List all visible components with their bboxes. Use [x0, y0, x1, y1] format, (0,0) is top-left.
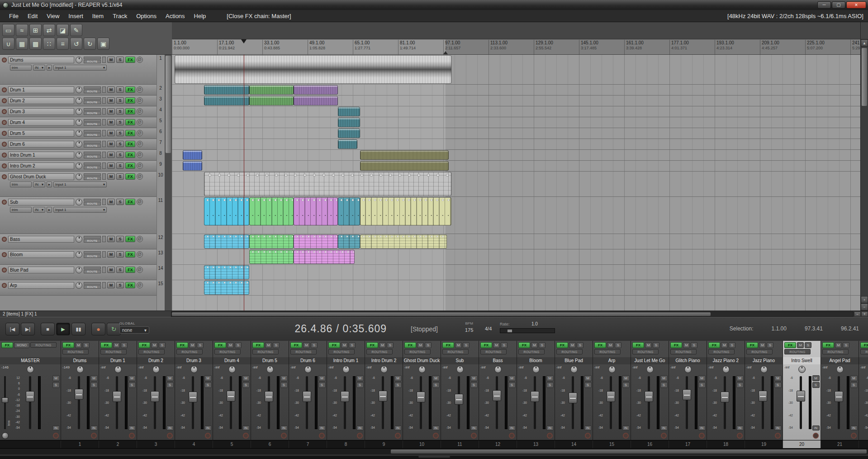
- mixer-fx-button[interactable]: FX: [252, 342, 264, 348]
- mixer-fx-button[interactable]: FX: [62, 342, 74, 348]
- mute-button[interactable]: M: [107, 173, 115, 180]
- mixer-fx-button[interactable]: FX: [404, 342, 416, 348]
- input-button[interactable]: IN: [280, 426, 288, 430]
- mixer-fx-button[interactable]: FX: [594, 342, 606, 348]
- volume-fader-track[interactable]: [496, 376, 498, 429]
- routing-button[interactable]: ROUTING: [480, 349, 507, 354]
- media-item[interactable]: [338, 139, 357, 149]
- input-button[interactable]: IN: [204, 426, 212, 430]
- midi-grid-button[interactable]: ▩: [29, 38, 42, 50]
- fx-button[interactable]: FX: [125, 86, 135, 93]
- mixer-solo-button[interactable]: S: [774, 382, 782, 388]
- arrange-lane-drum-5[interactable]: [172, 128, 860, 139]
- tcp-track-drum-1[interactable]: Drum 1ROUTEMSFX∅2: [0, 85, 157, 96]
- solo-button[interactable]: S: [116, 282, 124, 288]
- trim-envelope-button[interactable]: trim: [10, 207, 32, 213]
- media-item[interactable]: [294, 234, 338, 249]
- media-item[interactable]: [204, 281, 249, 295]
- media-item[interactable]: [204, 85, 249, 95]
- mixer-mute-button[interactable]: M: [759, 342, 766, 348]
- track-volume-knob[interactable]: [76, 163, 82, 169]
- mixer-track-name[interactable]: Bloom: [517, 357, 555, 364]
- mixer-track-name[interactable]: Drum 2: [137, 357, 175, 364]
- routing-button[interactable]: ROUTING: [328, 349, 355, 354]
- pan-knob[interactable]: [190, 366, 198, 373]
- input-selector[interactable]: Input 1▾: [53, 65, 107, 71]
- mixer-mute-button[interactable]: M: [75, 342, 82, 348]
- media-item-button[interactable]: ▭: [2, 24, 14, 36]
- arrange-lane-intro-drum-2[interactable]: [172, 161, 860, 172]
- input-button[interactable]: IN: [622, 426, 630, 430]
- record-arm-button[interactable]: [2, 174, 7, 179]
- mixer-record-arm-button[interactable]: [205, 433, 211, 439]
- track-number[interactable]: 12: [157, 235, 165, 240]
- mixer-mute-button[interactable]: M: [683, 342, 690, 348]
- phase-button[interactable]: ∅: [137, 119, 143, 125]
- track-number[interactable]: 5: [157, 118, 165, 123]
- mixer-solo-button[interactable]: S: [463, 342, 470, 348]
- io-button[interactable]: [84, 86, 101, 89]
- route-button[interactable]: ROUTE: [84, 111, 101, 115]
- solo-button[interactable]: S: [116, 163, 124, 169]
- mixer-mute-button[interactable]: M: [835, 342, 842, 348]
- mixer-strip-just-let-me-go[interactable]: FXMSROUTINGJust Let Me Go-inf-6-18-30-42…: [631, 341, 669, 440]
- mixer-fx-button[interactable]: FX: [746, 342, 758, 348]
- volume-fader-track[interactable]: [724, 376, 726, 429]
- media-item[interactable]: [249, 85, 294, 95]
- volume-fader-track[interactable]: [762, 376, 764, 429]
- volume-fader-handle[interactable]: [493, 390, 501, 401]
- fx-button[interactable]: FX: [125, 282, 135, 288]
- media-item[interactable]: [338, 107, 360, 116]
- pan-knob[interactable]: [494, 366, 502, 373]
- mixer-solo-button[interactable]: S: [698, 382, 706, 388]
- horizontal-scroll-thumb[interactable]: [172, 312, 711, 316]
- repeat-button[interactable]: ↻: [107, 323, 121, 335]
- mixer-track-name[interactable]: MASTER: [0, 357, 61, 364]
- record-arm-button[interactable]: [2, 87, 7, 92]
- input-button[interactable]: IN: [508, 426, 516, 430]
- time-signature[interactable]: 4/4: [485, 326, 492, 331]
- routing-button[interactable]: ROUTING: [62, 349, 89, 354]
- volume-fader-track[interactable]: [648, 376, 650, 429]
- volume-fader-handle[interactable]: [379, 391, 387, 402]
- mixer-mute-button[interactable]: M: [379, 342, 386, 348]
- routing-button[interactable]: ROUTING: [442, 349, 469, 354]
- volume-fader-handle[interactable]: [265, 391, 273, 402]
- mixer-solo-button[interactable]: S: [235, 342, 242, 348]
- monitor-button[interactable]: [102, 199, 106, 205]
- route-button[interactable]: ROUTE: [84, 133, 101, 137]
- mixer-number[interactable]: 13: [517, 440, 555, 448]
- grid-button[interactable]: ▦: [16, 38, 28, 50]
- io-button[interactable]: [84, 163, 101, 165]
- monitor-button[interactable]: [102, 130, 106, 136]
- mixer-strip-sub[interactable]: FXMSROUTINGSub-inf-6-18-30-42-54MSIN: [441, 341, 479, 440]
- mixer-record-arm-button[interactable]: [471, 433, 477, 439]
- mixer-mute-button[interactable]: M: [622, 375, 630, 381]
- route-button[interactable]: ROUTE: [84, 202, 101, 206]
- track-name[interactable]: Ghost Drum Duck: [8, 173, 74, 180]
- mixer-mute-button[interactable]: M: [227, 342, 234, 348]
- track-name[interactable]: Drum 4: [8, 119, 74, 126]
- volume-fader-handle[interactable]: [303, 391, 311, 402]
- monitor-button[interactable]: [102, 282, 106, 288]
- track-volume-knob[interactable]: [76, 152, 82, 158]
- mute-button[interactable]: M: [107, 199, 115, 205]
- mixer-fx-button[interactable]: FX: [366, 342, 378, 348]
- mixer-fx-button[interactable]: FX: [176, 342, 188, 348]
- io-button[interactable]: [84, 108, 101, 111]
- volume-fader-handle[interactable]: [417, 392, 425, 402]
- track-volume-knob[interactable]: [76, 108, 82, 115]
- tcp-track-sub[interactable]: SubROUTEMSFX∅trimIN▾▸Input 1▾11: [0, 197, 157, 234]
- pan-knob[interactable]: [27, 366, 34, 373]
- routing-button[interactable]: ROUTING: [594, 349, 621, 354]
- routing-button[interactable]: ROUTING: [290, 349, 317, 354]
- track-name[interactable]: Bloom: [8, 251, 74, 258]
- volume-fader-handle[interactable]: [113, 391, 121, 402]
- mixer-strip-drum-1[interactable]: FXMSROUTINGDrum 1-inf-6-18-30-42-54MSIN: [99, 341, 137, 440]
- monitor-button[interactable]: [102, 97, 106, 104]
- menu-file[interactable]: File: [5, 13, 23, 19]
- mixer-number[interactable]: 10: [403, 440, 441, 448]
- mixer-record-arm-button[interactable]: [91, 433, 97, 439]
- mixer-strip-drum-4[interactable]: FXMSROUTINGDrum 4-inf-6-18-30-42-54MSIN: [213, 341, 251, 440]
- menu-view[interactable]: View: [42, 13, 64, 19]
